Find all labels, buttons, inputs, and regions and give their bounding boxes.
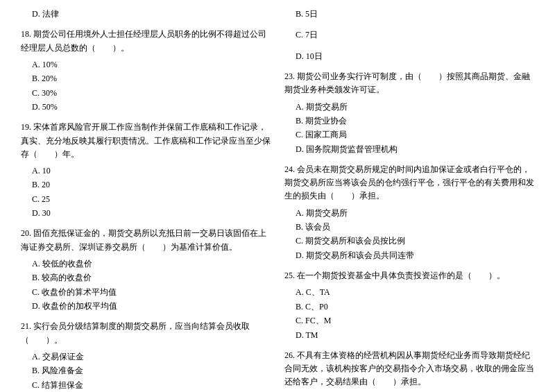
q24-title: 24. 会员未在期货交易所规定的时间内追加保证金或者白行平仓的，期货交易所应当将… (284, 163, 534, 203)
q23-option-d: D. 国务院期货监督管理机构 (296, 142, 534, 156)
q19-option-b: B. 20 (32, 178, 271, 191)
q23-title: 23. 期货公司业务实行许可制度，由（ ）按照其商品期货、金融期货业务种类颁发许… (284, 70, 534, 96)
q24-option-b: B. 该会员 (296, 220, 534, 234)
option-text: D. 法律 (32, 7, 271, 21)
q24-option-a: A. 期货交易所 (296, 206, 534, 220)
question-18: 18. 期货公司任用境外人士担任经理层人员职务的比例不得超过公司经理层人员总数的… (21, 28, 271, 114)
q21-option-a: A. 交易保证金 (32, 350, 271, 364)
question-24: 24. 会员未在期货交易所规定的时间内追加保证金或者白行平仓的，期货交易所应当将… (284, 163, 534, 262)
option-d-law: D. 法律 (21, 7, 271, 21)
question-26: 26. 不具有主体资格的经营机构因从事期货经纪业务而导致期货经纪合同无效，该机构… (284, 349, 534, 392)
question-23: 23. 期货公司业务实行许可制度，由（ ）按照其商品期货、金融期货业务种类颁发许… (284, 70, 534, 156)
q23-option-b: B. 期货业协会 (296, 114, 534, 128)
q18-option-c: C. 30% (32, 86, 271, 100)
d10-text: D. 10日 (296, 49, 534, 63)
question-21: 21. 实行会员分级结算制度的期货交易所，应当向结算会员收取（ ）。 A. 交易… (21, 320, 271, 392)
q18-option-d: D. 50% (32, 100, 271, 114)
q20-title: 20. 固佰充抵保证金的，期货交易所以充抵日前一交易日该固佰在上海证券交易所、深… (21, 227, 271, 253)
q24-option-d: D. 期货交易所和该会员共同连带 (296, 248, 534, 262)
q26-title: 26. 不具有主体资格的经营机构因从事期货经纪业务而导致期货经纪合同无效，该机构… (284, 349, 534, 389)
q18-option-a: A. 10% (32, 58, 271, 71)
right-column: B. 5日 C. 7日 D. 10日 23. 期货公司业务实行许可制度，由（ ）… (284, 7, 534, 392)
q25-option-b: B. C、P0 (296, 300, 534, 314)
q19-option-a: A. 10 (32, 164, 271, 178)
q20-option-b: B. 较高的收盘价 (32, 271, 271, 284)
q25-option-c: C. FC、M (296, 314, 534, 327)
q23-option-c: C. 国家工商局 (296, 128, 534, 142)
left-column: D. 法律 18. 期货公司任用境外人士担任经理层人员职务的比例不得超过公司经理… (21, 7, 271, 392)
q18-title: 18. 期货公司任用境外人士担任经理层人员职务的比例不得超过公司经理层人员总数的… (21, 28, 271, 54)
q21-option-b: B. 风险准备金 (32, 364, 271, 377)
option-b5: B. 5日 (284, 7, 534, 21)
q21-option-c: C. 结算担保金 (32, 378, 271, 392)
question-19: 19. 宋体首席风险官开展工作应当制作并保留工作底稿和工作记录，真实、充分地反映… (21, 121, 271, 220)
q18-option-b: B. 20% (32, 71, 271, 85)
b5-text: B. 5日 (296, 7, 534, 21)
question-20: 20. 固佰充抵保证金的，期货交易所以充抵日前一交易日该固佰在上海证券交易所、深… (21, 227, 271, 313)
option-c7: C. 7日 (284, 28, 534, 42)
page-content: D. 法律 18. 期货公司任用境外人士担任经理层人员职务的比例不得超过公司经理… (21, 7, 534, 392)
q25-title: 25. 在一个期货投资基金中具体负责投资运作的是（ ）。 (284, 269, 534, 282)
q20-option-d: D. 收盘价的加权平均值 (32, 299, 271, 313)
q21-title: 21. 实行会员分级结算制度的期货交易所，应当向结算会员收取（ ）。 (21, 320, 271, 346)
question-25: 25. 在一个期货投资基金中具体负责投资运作的是（ ）。 A. C、TA B. … (284, 269, 534, 342)
q25-option-a: A. C、TA (296, 285, 534, 299)
q19-option-d: D. 30 (32, 206, 271, 220)
q25-option-d: D. TM (296, 328, 534, 342)
option-d10: D. 10日 (284, 49, 534, 63)
q23-option-a: A. 期货交易所 (296, 100, 534, 114)
c7-text: C. 7日 (296, 28, 534, 42)
q19-option-c: C. 25 (32, 192, 271, 206)
q20-option-c: C. 收盘价的算术平均值 (32, 285, 271, 299)
q19-title: 19. 宋体首席风险官开展工作应当制作并保留工作底稿和工作记录，真实、充分地反映… (21, 121, 271, 161)
q20-option-a: A. 较低的收盘价 (32, 257, 271, 271)
q24-option-c: C. 期货交易所和该会员按比例 (296, 234, 534, 248)
